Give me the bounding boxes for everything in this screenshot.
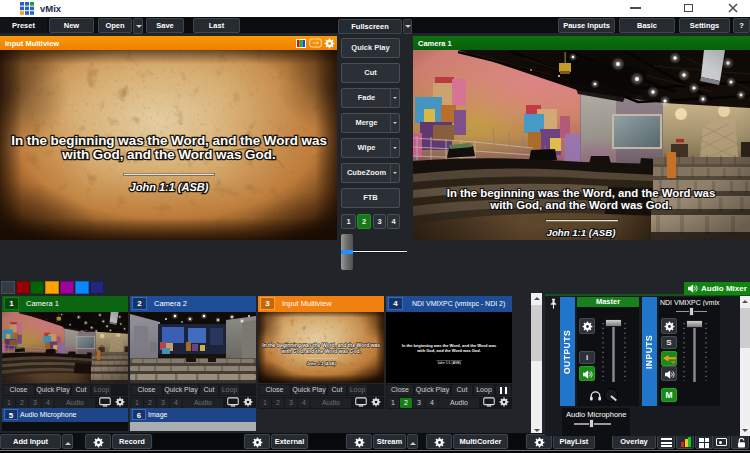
- svg-text:John 1:1 (ASB): John 1:1 (ASB): [547, 227, 616, 238]
- svg-text:with God, and the Word was God: with God, and the Word was God.: [489, 199, 671, 211]
- svg-text:In the beginning was the Word,: In the beginning was the Word, and the W…: [447, 187, 716, 199]
